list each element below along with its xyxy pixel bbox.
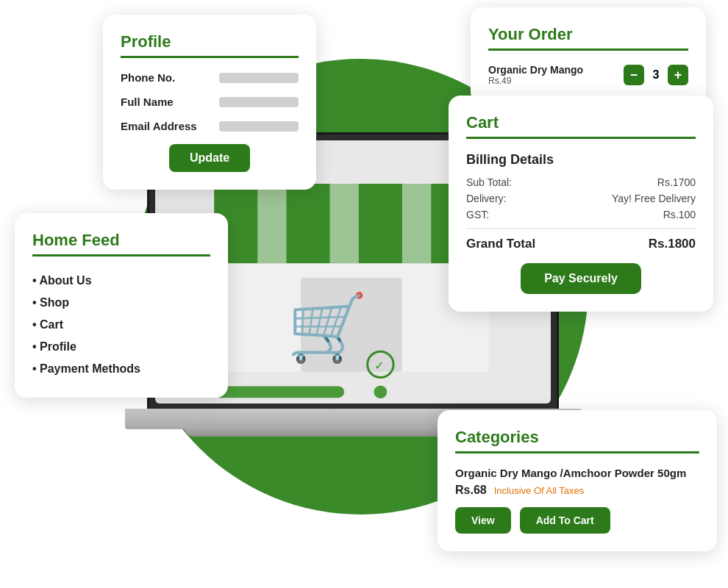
subtotal-label: Sub Total: (466, 176, 512, 188)
view-button[interactable]: View (455, 507, 511, 534)
profile-card: Profile Phone No. Full Name Email Addres… (103, 15, 316, 190)
phone-value-bar (219, 73, 299, 83)
menu-item-profile[interactable]: Profile (32, 336, 210, 358)
cart-title-underline (466, 137, 696, 139)
fullname-field-row: Full Name (121, 96, 299, 108)
categories-card: Categories Organic Dry Mango /Amchoor Po… (438, 410, 717, 551)
fullname-value-bar (219, 97, 299, 107)
email-field-row: Email Address (121, 120, 299, 132)
categories-title: Categories (455, 428, 699, 447)
update-button[interactable]: Update (169, 144, 250, 172)
phone-field-row: Phone No. (121, 71, 299, 84)
svg-text:✓: ✓ (375, 359, 385, 372)
order-item-info: Organic Dry Mango Rs.49 (488, 64, 583, 86)
order-title-underline (488, 49, 688, 51)
subtotal-row: Sub Total: Rs.1700 (466, 176, 696, 188)
svg-point-10 (374, 385, 388, 398)
increase-qty-button[interactable]: + (668, 65, 688, 85)
grand-total-value: Rs.1800 (649, 237, 696, 251)
svg-rect-4 (402, 184, 431, 263)
cart-card: Cart Billing Details Sub Total: Rs.1700 … (449, 96, 713, 312)
pay-securely-button[interactable]: Pay Securely (521, 263, 641, 294)
delivery-label: Delivery: (466, 193, 506, 204)
grand-total-row: Grand Total Rs.1800 (466, 228, 696, 251)
homefeed-title-underline (32, 254, 210, 257)
profile-title: Profile (121, 32, 299, 51)
cart-title: Cart (466, 113, 696, 132)
delivery-row: Delivery: Yay! Free Delivery (466, 193, 696, 204)
fullname-label: Full Name (121, 96, 209, 108)
menu-item-cart[interactable]: Cart (32, 314, 210, 336)
product-actions: View Add To Cart (455, 507, 699, 534)
add-to-cart-button[interactable]: Add To Cart (520, 507, 610, 534)
menu-item-shop[interactable]: Shop (32, 292, 210, 314)
order-card: Your Order Organic Dry Mango Rs.49 − 3 + (471, 7, 706, 104)
svg-text:🛒: 🛒 (287, 289, 368, 366)
order-item-row: Organic Dry Mango Rs.49 − 3 + (488, 64, 688, 86)
homefeed-card: Home Feed About Us Shop Cart Profile Pay… (15, 213, 228, 398)
billing-title: Billing Details (466, 152, 696, 168)
gst-row: GST: Rs.100 (466, 209, 696, 220)
email-value-bar (219, 121, 299, 132)
phone-label: Phone No. (121, 71, 209, 84)
quantity-control: − 3 + (624, 65, 688, 85)
delivery-value: Yay! Free Delivery (612, 193, 696, 204)
tax-label: Inclusive Of All Taxes (494, 485, 585, 496)
order-title: Your Order (488, 25, 688, 44)
product-price-row: Rs.68 Inclusive Of All Taxes (455, 484, 699, 497)
svg-rect-3 (330, 184, 359, 263)
menu-item-about[interactable]: About Us (32, 270, 210, 292)
quantity-value: 3 (649, 68, 663, 82)
menu-item-payment[interactable]: Payment Methods (32, 358, 210, 380)
gst-value: Rs.100 (663, 209, 696, 220)
email-label: Email Address (121, 120, 209, 132)
product-name: Organic Dry Mango /Amchoor Powder 50gm (455, 467, 699, 479)
categories-title-underline (455, 451, 699, 453)
home-feed-menu: About Us Shop Cart Profile Payment Metho… (32, 270, 210, 380)
product-price: Rs.68 (455, 484, 487, 497)
decrease-qty-button[interactable]: − (624, 65, 644, 85)
profile-title-underline (121, 56, 299, 58)
grand-total-label: Grand Total (466, 237, 535, 251)
order-item-price: Rs.49 (488, 76, 583, 86)
svg-rect-2 (257, 184, 286, 263)
svg-rect-9 (214, 386, 344, 398)
order-item-name: Organic Dry Mango (488, 64, 583, 76)
gst-label: GST: (466, 209, 489, 220)
homefeed-title: Home Feed (32, 231, 210, 250)
subtotal-value: Rs.1700 (657, 176, 696, 188)
